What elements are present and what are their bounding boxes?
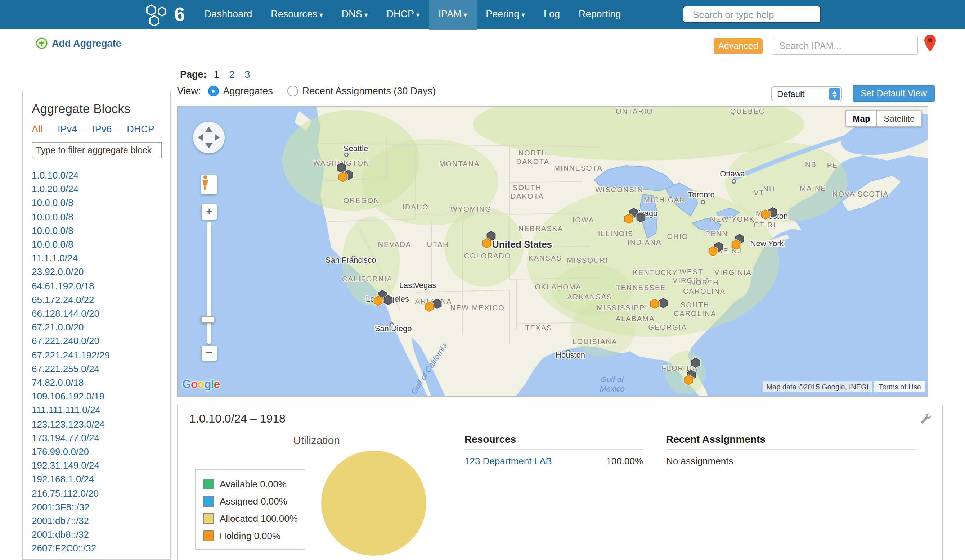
page-link-1[interactable]: 1 xyxy=(214,69,219,80)
zoom-in-button[interactable]: + xyxy=(202,204,217,220)
radio-icon[interactable] xyxy=(287,86,298,96)
view-option-recent[interactable]: Recent Assignments (30 Days) xyxy=(287,86,436,96)
aggregate-marker-hexagon[interactable] xyxy=(685,376,693,385)
aggregate-block-link[interactable]: 1.0.20.0/24 xyxy=(32,182,161,196)
ipam-search-input[interactable] xyxy=(773,37,918,55)
radio-icon[interactable] xyxy=(208,86,219,96)
aggregate-marker-hexagon[interactable] xyxy=(709,247,717,256)
pan-right-icon[interactable] xyxy=(214,134,220,141)
aggregate-block-link[interactable]: 2001:db7::/32 xyxy=(32,514,161,527)
aggregate-marker-hexagon[interactable] xyxy=(374,296,383,305)
aggregate-block-link[interactable]: 123.123.123.0/24 xyxy=(32,417,161,431)
view-preset-select[interactable]: Default xyxy=(771,87,842,101)
page-link-3[interactable]: 3 xyxy=(245,69,250,80)
aggregate-block-link[interactable]: 10.0.0.0/8 xyxy=(32,224,161,238)
aggregate-marker-hexagon[interactable] xyxy=(762,210,770,219)
city-label: Toronto xyxy=(688,190,715,199)
nav-item-resources[interactable]: Resources ▾ xyxy=(262,0,332,29)
aggregate-block-link[interactable]: 109.106.192.0/19 xyxy=(32,390,161,403)
state-label: MISSISSIPPI xyxy=(597,304,648,312)
zoom-slider-track[interactable] xyxy=(208,222,211,344)
aggregate-block-link[interactable]: 216.75.112.0/20 xyxy=(32,486,161,500)
map-type-map[interactable]: Map xyxy=(846,110,878,127)
aggregate-block-link[interactable]: 74.82.0.0/18 xyxy=(32,376,161,389)
legend-label: Assigned 0.00% xyxy=(220,496,287,506)
aggregate-block-link[interactable]: 11.1.1.0/24 xyxy=(32,251,161,265)
aggregate-block-link[interactable]: 66.128.144.0/20 xyxy=(32,307,161,320)
aggregate-marker-hexagon[interactable] xyxy=(339,172,347,182)
aggregate-marker-hexagon[interactable] xyxy=(483,238,491,248)
aggregate-marker-hexagon[interactable] xyxy=(625,214,633,224)
aggregate-block-link[interactable]: 23.92.0.0/20 xyxy=(32,265,161,279)
set-default-view-button[interactable]: Set Default View xyxy=(853,85,935,102)
view-option-aggregates[interactable]: Aggregates xyxy=(208,86,273,96)
aggregate-marker-hexagon[interactable] xyxy=(651,299,659,309)
aggregate-filter-input[interactable] xyxy=(32,142,162,158)
filter-ipv4[interactable]: IPv4 xyxy=(57,124,77,135)
aggregate-block-link[interactable]: 176.99.0.0/20 xyxy=(32,445,161,459)
aggregate-marker-hexagon[interactable] xyxy=(659,298,667,308)
aggregate-block-link[interactable]: 2001:3F8::/32 xyxy=(32,500,161,514)
pan-down-icon[interactable] xyxy=(205,143,213,148)
nav-item-ipam[interactable]: IPAM ▾ xyxy=(429,0,477,29)
aggregate-block-link[interactable]: 67.221.241.192/29 xyxy=(32,348,161,362)
nav-item-log[interactable]: Log xyxy=(534,0,569,29)
aggregate-block-link[interactable]: 10.0.0.0/8 xyxy=(32,238,161,251)
state-label: ONTARIO xyxy=(616,107,653,115)
nav-item-dns[interactable]: DNS ▾ xyxy=(332,0,377,29)
add-aggregate-button[interactable]: Add Aggregate xyxy=(36,38,121,49)
aggregate-block-link[interactable]: 64.61.192.0/18 xyxy=(32,279,161,292)
filter-dhcp[interactable]: DHCP xyxy=(127,124,154,135)
aggregate-block-link[interactable]: 65.172.24.0/22 xyxy=(32,293,161,307)
recent-assignments-column: Recent Assignments No assignments xyxy=(666,433,917,467)
zoom-out-button[interactable]: − xyxy=(202,346,217,361)
nav-item-peering[interactable]: Peering ▾ xyxy=(476,0,534,29)
aggregate-block-link[interactable]: 2607:F2C0::/32 xyxy=(32,542,161,555)
state-label: IDAHO xyxy=(402,203,429,211)
pan-up-icon[interactable] xyxy=(205,127,213,132)
aggregate-block-link[interactable]: 10.0.0.0/8 xyxy=(32,196,161,210)
aggregate-block-link[interactable]: 192.31.149.0/24 xyxy=(32,459,161,473)
aggregate-marker-hexagon[interactable] xyxy=(692,358,700,367)
map-canvas[interactable]: WASHINGTONOREGONIDAHOMONTANANORTHDAKOTAM… xyxy=(177,106,928,397)
state-label: GEORGIA xyxy=(648,323,687,331)
aggregate-marker-hexagon[interactable] xyxy=(425,302,433,311)
wrench-icon[interactable] xyxy=(920,413,932,427)
brand-number: 6 xyxy=(174,3,185,26)
state-label: TEXAS xyxy=(525,324,552,332)
map-pan-control[interactable] xyxy=(193,122,225,153)
utilization-legend: Available 0.00%Assigned 0.00%Allocated 1… xyxy=(195,469,306,550)
aggregate-block-link[interactable]: 173.194.77.0/24 xyxy=(32,431,161,445)
advanced-button[interactable]: Advanced xyxy=(714,38,763,54)
nav-item-dhcp[interactable]: DHCP ▾ xyxy=(377,0,429,29)
nav-item-reporting[interactable]: Reporting xyxy=(569,0,630,29)
aggregate-marker-hexagon[interactable] xyxy=(337,163,346,172)
aggregate-block-link[interactable]: 10.0.0.0/8 xyxy=(32,210,161,224)
terms-of-use-link[interactable]: Terms of Use xyxy=(874,382,926,392)
pan-left-icon[interactable] xyxy=(198,134,203,141)
aggregate-block-link[interactable]: 67.221.255.0/24 xyxy=(32,362,161,376)
aggregate-block-link[interactable]: 67.221.240.0/20 xyxy=(32,334,161,348)
page-link-2[interactable]: 2 xyxy=(229,69,235,80)
filter-all[interactable]: All xyxy=(32,124,43,135)
aggregate-block-link[interactable]: 67.21.0.0/20 xyxy=(32,320,161,334)
map-type-satellite[interactable]: Satellite xyxy=(878,110,922,127)
aggregate-marker-hexagon[interactable] xyxy=(433,299,442,309)
aggregate-block-link[interactable]: 2001:db8::/32 xyxy=(32,528,161,542)
zoom-slider-handle[interactable] xyxy=(201,316,214,323)
map-pin-icon[interactable] xyxy=(924,34,936,55)
google-logo[interactable]: Google xyxy=(182,378,220,391)
aggregate-block-link[interactable]: 1.0.10.0/24 xyxy=(32,168,161,182)
aggregate-block-link[interactable]: 192.168.1.0/24 xyxy=(32,473,161,486)
google-logo-letter: o xyxy=(191,378,198,390)
aggregate-marker-hexagon[interactable] xyxy=(384,296,393,305)
aggregate-block-link[interactable]: 111.111.111.0/24 xyxy=(32,403,161,417)
resource-link[interactable]: 123 Department LAB xyxy=(465,456,552,467)
street-view-pegman[interactable] xyxy=(201,175,217,194)
aggregate-marker-hexagon[interactable] xyxy=(732,240,740,250)
brand-logo[interactable]: 6 xyxy=(144,3,185,26)
aggregate-marker-hexagon[interactable] xyxy=(637,213,645,222)
filter-ipv6[interactable]: IPv6 xyxy=(92,124,111,135)
help-search-input[interactable] xyxy=(691,8,821,21)
nav-item-dashboard[interactable]: Dashboard xyxy=(195,0,262,29)
